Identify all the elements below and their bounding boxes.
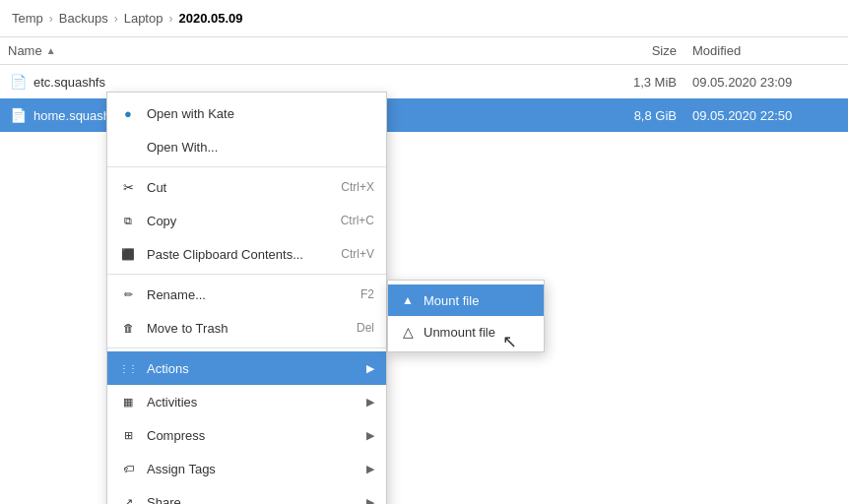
actions-arrow: ▶ bbox=[366, 362, 374, 375]
copy-icon: ⧉ bbox=[119, 212, 137, 229]
menu-label-share: Share bbox=[147, 495, 357, 505]
trash-shortcut: Del bbox=[357, 321, 374, 335]
menu-label-actions: Actions bbox=[147, 361, 357, 376]
breadcrumb-current: 2020.05.09 bbox=[178, 11, 242, 26]
file-size-etc: 1,3 MiB bbox=[614, 75, 692, 90]
menu-item-compress[interactable]: ⊞ Compress ▶ bbox=[107, 418, 386, 452]
breadcrumb-temp[interactable]: Temp bbox=[12, 11, 43, 26]
file-date-home: 09.05.2020 22:50 bbox=[692, 108, 840, 123]
share-arrow: ▶ bbox=[366, 496, 374, 505]
open-with-icon bbox=[119, 138, 137, 156]
paste-icon: ⬛ bbox=[119, 245, 137, 263]
compress-icon: ⊞ bbox=[119, 426, 137, 444]
rename-shortcut: F2 bbox=[360, 287, 374, 301]
submenu-item-unmount[interactable]: △ Unmount file bbox=[388, 316, 544, 347]
file-icon-etc: 📄 bbox=[8, 72, 28, 92]
menu-label-cut: Cut bbox=[147, 180, 331, 195]
file-size-home: 8,8 GiB bbox=[614, 108, 692, 123]
menu-item-actions[interactable]: ⋮⋮ Actions ▶ bbox=[107, 351, 386, 385]
activities-arrow: ▶ bbox=[366, 396, 374, 409]
submenu-item-mount[interactable]: ▲ Mount file bbox=[388, 284, 544, 316]
column-headers: Name ▲ Size Modified bbox=[0, 37, 848, 65]
cut-shortcut: Ctrl+X bbox=[341, 180, 374, 194]
menu-label-move-trash: Move to Trash bbox=[147, 321, 347, 336]
cut-icon: ✂ bbox=[119, 178, 137, 196]
file-list-area: Name ▲ Size Modified 📄 etc.squashfs 1,3 … bbox=[0, 37, 848, 504]
submenu-label-unmount: Unmount file bbox=[424, 325, 495, 340]
file-date-etc: 09.05.2020 23:09 bbox=[692, 75, 840, 90]
submenu-label-mount: Mount file bbox=[424, 293, 479, 308]
paste-shortcut: Ctrl+V bbox=[341, 247, 374, 261]
menu-item-share[interactable]: ↗ Share ▶ bbox=[107, 485, 386, 504]
menu-label-activities: Activities bbox=[147, 395, 357, 410]
compress-arrow: ▶ bbox=[366, 429, 374, 442]
menu-sep-1 bbox=[107, 166, 386, 167]
submenu-actions: ▲ Mount file △ Unmount file bbox=[387, 280, 545, 352]
menu-sep-3 bbox=[107, 347, 386, 348]
breadcrumb-sep-1: › bbox=[49, 12, 53, 26]
file-icon-home: 📄 bbox=[8, 105, 28, 125]
menu-label-open-with: Open With... bbox=[147, 140, 374, 155]
trash-icon: 🗑 bbox=[119, 319, 137, 337]
breadcrumb-sep-3: › bbox=[168, 12, 172, 26]
menu-item-move-trash[interactable]: 🗑 Move to Trash Del bbox=[107, 311, 386, 345]
col-name-header: Name ▲ bbox=[8, 43, 614, 58]
menu-label-paste: Paste Clipboard Contents... bbox=[147, 247, 331, 262]
menu-label-assign-tags: Assign Tags bbox=[147, 462, 357, 476]
col-size-header: Size bbox=[614, 43, 692, 58]
tags-arrow: ▶ bbox=[366, 463, 374, 475]
menu-item-cut[interactable]: ✂ Cut Ctrl+X bbox=[107, 170, 386, 204]
actions-icon: ⋮⋮ bbox=[119, 359, 137, 377]
menu-label-compress: Compress bbox=[147, 428, 357, 443]
copy-shortcut: Ctrl+C bbox=[341, 214, 374, 227]
menu-sep-2 bbox=[107, 274, 386, 275]
menu-item-rename[interactable]: ✏ Rename... F2 bbox=[107, 278, 386, 311]
menu-item-copy[interactable]: ⧉ Copy Ctrl+C bbox=[107, 204, 386, 237]
tags-icon: 🏷 bbox=[119, 460, 137, 477]
activities-icon: ▦ bbox=[119, 393, 137, 410]
mount-icon: ▲ bbox=[400, 292, 416, 308]
breadcrumb-sep-2: › bbox=[114, 12, 118, 26]
menu-item-open-kate[interactable]: ● Open with Kate bbox=[107, 96, 386, 130]
menu-item-open-with[interactable]: Open With... bbox=[107, 130, 386, 163]
context-menu: ● Open with Kate Open With... ✂ Cut Ctrl… bbox=[106, 92, 387, 504]
menu-label-rename: Rename... bbox=[147, 287, 351, 302]
menu-label-open-kate: Open with Kate bbox=[147, 106, 374, 121]
breadcrumb-backups[interactable]: Backups bbox=[59, 11, 108, 26]
file-name-etc: etc.squashfs bbox=[33, 75, 614, 90]
col-modified-header: Modified bbox=[692, 43, 840, 58]
menu-item-activities[interactable]: ▦ Activities ▶ bbox=[107, 385, 386, 418]
sort-arrow: ▲ bbox=[46, 45, 56, 56]
rename-icon: ✏ bbox=[119, 285, 137, 303]
breadcrumb-bar: Temp › Backups › Laptop › 2020.05.09 bbox=[0, 0, 848, 37]
file-manager: Temp › Backups › Laptop › 2020.05.09 Nam… bbox=[0, 0, 848, 504]
breadcrumb-laptop[interactable]: Laptop bbox=[124, 11, 163, 26]
menu-label-copy: Copy bbox=[147, 214, 331, 228]
menu-item-paste[interactable]: ⬛ Paste Clipboard Contents... Ctrl+V bbox=[107, 237, 386, 271]
share-icon: ↗ bbox=[119, 493, 137, 504]
unmount-icon: △ bbox=[400, 324, 416, 340]
menu-item-assign-tags[interactable]: 🏷 Assign Tags ▶ bbox=[107, 452, 386, 485]
kate-icon: ● bbox=[119, 104, 137, 122]
